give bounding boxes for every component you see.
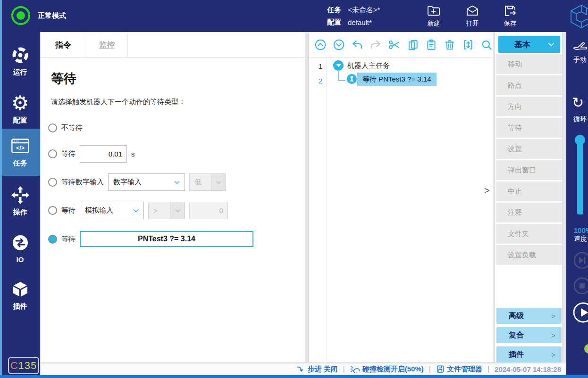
sidebar-item-run[interactable]: 运行: [0, 41, 40, 81]
manual-hand-icon[interactable]: [572, 39, 588, 54]
replace-button[interactable]: [462, 39, 474, 51]
chevron-right-icon: >: [551, 351, 555, 359]
sidebar-item-plugin[interactable]: 插件: [0, 276, 40, 315]
copy-button[interactable]: [406, 39, 419, 51]
tab-monitor[interactable]: 监控: [86, 32, 128, 58]
tab-instruction[interactable]: 指令: [41, 32, 86, 58]
open-task-button[interactable]: 打开: [459, 4, 486, 28]
option-no-wait: 不等待: [48, 123, 305, 132]
normal-mode-icon: [11, 6, 30, 25]
program-tree-panel: 1 2 机器人主任务 等待 PNTest3 ?= 3.14 >: [308, 32, 493, 363]
new-task-label: 新建: [428, 19, 440, 28]
sidebar-item-operate[interactable]: 操作: [0, 181, 40, 221]
option-wait-time: 等待 s: [48, 145, 305, 163]
io-arrows-icon: [11, 233, 30, 252]
tree-row-main-task[interactable]: 机器人主任务: [333, 59, 390, 72]
menu-group-label: 高级: [509, 311, 524, 321]
no-wait-label: 不等待: [61, 123, 83, 132]
save-task-button[interactable]: 保存: [496, 4, 524, 28]
normal-mode-dot: [17, 11, 25, 20]
file-manager-status[interactable]: 文件管理器: [436, 365, 482, 374]
manual-label: 手动: [573, 56, 587, 64]
menu-group-plugin[interactable]: 插件>: [496, 346, 562, 362]
collision-icon: [350, 365, 360, 374]
wait-digital-label: 等待数字输入: [61, 178, 104, 187]
sidebar-item-io[interactable]: IO: [0, 229, 40, 268]
menu-item-comment[interactable]: 注释: [496, 203, 562, 222]
wait-time-input[interactable]: [80, 145, 127, 163]
analog-threshold-input[interactable]: [189, 202, 228, 219]
sidebar-item-config[interactable]: ⚙ 配置: [0, 90, 40, 129]
loop-icon[interactable]: ↻: [572, 94, 584, 111]
chevron-down-icon: [133, 209, 139, 213]
paste-button[interactable]: [425, 39, 437, 51]
option-wait-digital: 等待数字输入 数字输入 低: [48, 173, 305, 191]
wait-time-radio[interactable]: [48, 149, 57, 158]
chevron-right-icon: >: [551, 331, 555, 339]
menu-item-waypoint[interactable]: 路点: [496, 75, 562, 95]
wait-digital-radio[interactable]: [48, 178, 57, 187]
chevron-down-icon: [175, 209, 180, 213]
chevron-down-icon: [548, 42, 554, 47]
digital-input-select-value: 数字输入: [113, 178, 142, 187]
tree-toolbar: [309, 32, 493, 58]
run-icon: [11, 46, 30, 65]
move-up-button[interactable]: [314, 39, 327, 51]
panel-expander-chevron[interactable]: >: [484, 185, 490, 196]
open-task-label: 打开: [466, 19, 479, 28]
delete-button[interactable]: [444, 39, 456, 51]
redo-button[interactable]: [370, 39, 382, 51]
task-meta: 任务 <未命名>* 配置 default*: [327, 4, 380, 28]
analog-input-select[interactable]: 模拟输入: [80, 202, 144, 219]
menu-group-composite[interactable]: 复合>: [496, 327, 562, 343]
cut-button[interactable]: [388, 39, 400, 51]
menu-item-folder[interactable]: 文件夹: [496, 224, 562, 244]
page-title: 等待: [51, 70, 305, 87]
move-down-button[interactable]: [333, 39, 345, 51]
statusbar: 步进 关闭 | 碰撞检测开启(50%) | 文件管理器 | 2024-05-07…: [40, 363, 566, 375]
menu-item-direction[interactable]: 方向: [496, 97, 562, 116]
step-mode-status[interactable]: 步进 关闭: [296, 365, 337, 374]
analog-operator-select[interactable]: >: [148, 202, 185, 219]
new-task-button[interactable]: 新建: [420, 4, 447, 28]
menu-item-set[interactable]: 设置: [496, 139, 562, 159]
config-name-value: default*: [348, 18, 372, 26]
undo-button[interactable]: [351, 39, 363, 51]
sidebar-item-task[interactable]: </> 任务: [0, 129, 40, 176]
tree-connector: [338, 70, 339, 81]
gear-icon: ⚙: [11, 94, 30, 113]
tree-row-wait-selected[interactable]: 等待 PNTest3 ?= 3.14: [357, 73, 437, 86]
digital-level-select[interactable]: 低: [189, 173, 226, 191]
search-button[interactable]: [480, 39, 493, 51]
partial-button[interactable]: [584, 344, 588, 353]
sidebar-item-label: 配置: [13, 116, 27, 125]
app-root: 正常模式 任务 <未命名>* 配置 default* 新建 打开 保存: [0, 0, 588, 378]
status-divider: |: [429, 365, 431, 373]
wait-analog-label: 等待: [61, 206, 76, 215]
stop-button[interactable]: [573, 277, 588, 296]
no-wait-radio[interactable]: [48, 123, 57, 132]
analog-input-select-value: 模拟输入: [85, 206, 113, 215]
menu-item-abort[interactable]: 中止: [496, 181, 562, 201]
digital-level-select-value: 低: [194, 178, 202, 187]
step-forward-button[interactable]: [573, 252, 588, 271]
wait-expression-input[interactable]: [80, 231, 253, 247]
config-name-row: 配置 default*: [327, 16, 380, 28]
digital-input-select[interactable]: 数字输入: [108, 173, 185, 191]
wait-expression-radio[interactable]: [48, 235, 57, 244]
menu-item-move[interactable]: 移动: [496, 54, 562, 74]
play-button[interactable]: [572, 302, 588, 325]
menu-item-payload[interactable]: 设置负载: [496, 245, 562, 265]
collapse-icon[interactable]: [333, 60, 344, 71]
menu-item-wait[interactable]: 等待: [496, 118, 562, 138]
wait-analog-radio[interactable]: [48, 206, 57, 215]
collision-status[interactable]: 碰撞检测开启(50%): [350, 365, 424, 374]
menu-group-advanced[interactable]: 高级>: [496, 308, 562, 324]
menu-header-basic[interactable]: 基本: [498, 36, 560, 53]
bottom-accent-strip: [0, 375, 588, 378]
status-divider: |: [487, 365, 489, 373]
chevron-right-icon: >: [551, 312, 555, 320]
menu-item-popup[interactable]: 弹出窗口: [496, 160, 562, 180]
speed-slider-track[interactable]: [577, 142, 583, 214]
task-name-label: 任务: [327, 6, 341, 15]
